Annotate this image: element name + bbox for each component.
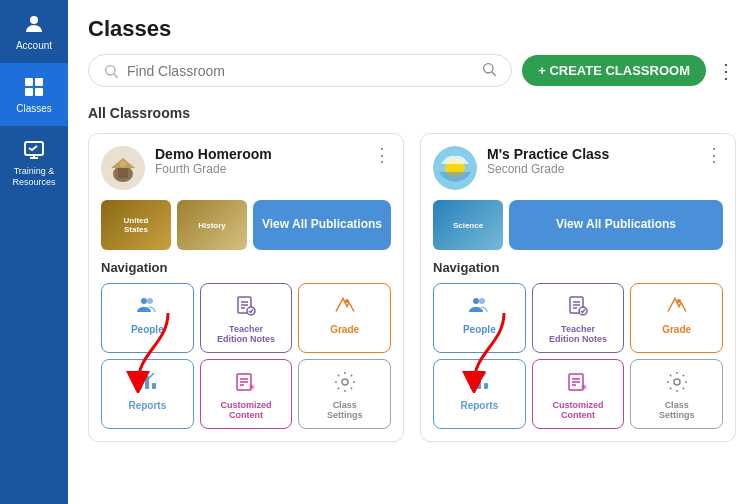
- nav-item-reports-1[interactable]: Reports: [433, 359, 526, 429]
- reports-icon-0: [133, 368, 161, 396]
- nav-label-settings-0: ClassSettings: [327, 400, 363, 420]
- class-name-0: Demo Homeroom: [155, 146, 363, 162]
- search-bar: + CREATE CLASSROOM ⋮: [88, 54, 736, 87]
- nav-label-grade-1: Grade: [662, 324, 691, 335]
- custom-icon-0: [232, 368, 260, 396]
- reports-icon-1: [465, 368, 493, 396]
- card-menu-0[interactable]: ⋮: [373, 146, 391, 164]
- nav-label-grade-0: Grade: [330, 324, 359, 335]
- view-all-publications-button-0[interactable]: View All Publications: [253, 200, 391, 250]
- class-info-0: Demo Homeroom Fourth Grade: [155, 146, 363, 176]
- svg-point-40: [677, 299, 681, 303]
- nav-label-teacher-ed-1: TeacherEdition Notes: [549, 324, 607, 344]
- teacher-ed-icon-1: [564, 292, 592, 320]
- custom-icon-1: [564, 368, 592, 396]
- class-avatar-1: [433, 146, 477, 190]
- nav-item-custom-0[interactable]: CustomizedContent: [200, 359, 293, 429]
- account-icon: [22, 12, 46, 36]
- svg-point-8: [484, 64, 493, 73]
- pub-thumb-0-1: History: [177, 200, 247, 250]
- card-header-1: M's Practice Class Second Grade ⋮: [433, 146, 723, 190]
- classroom-card-1: M's Practice Class Second Grade ⋮ Scienc…: [420, 133, 736, 442]
- classrooms-grid: Demo Homeroom Fourth Grade ⋮ UnitedState…: [88, 133, 736, 442]
- class-grade-0: Fourth Grade: [155, 162, 363, 176]
- pub-thumb-1-0: Science: [433, 200, 503, 250]
- page-header: Classes + CREATE CLASSROOM ⋮: [68, 0, 756, 95]
- search-icon: [103, 63, 119, 79]
- svg-point-33: [473, 298, 479, 304]
- nav-item-teacher-ed-1[interactable]: TeacherEdition Notes: [532, 283, 625, 353]
- nav-label-reports-1: Reports: [460, 400, 498, 411]
- nav-item-settings-1[interactable]: ClassSettings: [630, 359, 723, 429]
- card-header-0: Demo Homeroom Fourth Grade ⋮: [101, 146, 391, 190]
- nav-item-reports-0[interactable]: Reports: [101, 359, 194, 429]
- nav-label-people-0: People: [131, 324, 164, 335]
- nav-item-grade-0[interactable]: Grade: [298, 283, 391, 353]
- search-input[interactable]: [127, 63, 481, 79]
- nav-item-custom-1[interactable]: CustomizedContent: [532, 359, 625, 429]
- svg-point-14: [141, 298, 147, 304]
- more-options-button[interactable]: ⋮: [716, 61, 736, 81]
- card-menu-1[interactable]: ⋮: [705, 146, 723, 164]
- nav-label-custom-0: CustomizedContent: [220, 400, 271, 420]
- nav-item-people-0[interactable]: People: [101, 283, 194, 353]
- svg-rect-1: [25, 78, 33, 86]
- sidebar-item-training[interactable]: Training &Resources: [0, 126, 68, 200]
- classroom-card-0: Demo Homeroom Fourth Grade ⋮ UnitedState…: [88, 133, 404, 442]
- svg-line-9: [492, 72, 496, 76]
- svg-point-49: [674, 379, 680, 385]
- svg-line-7: [114, 74, 118, 78]
- publications-row-1: Science View All Publications: [433, 200, 723, 250]
- nav-label-reports-0: Reports: [128, 400, 166, 411]
- svg-point-30: [342, 379, 348, 385]
- svg-rect-43: [484, 383, 488, 389]
- search-submit-button[interactable]: [481, 61, 497, 80]
- pub-thumb-0-0: UnitedStates: [101, 200, 171, 250]
- nav-label-settings-1: ClassSettings: [659, 400, 695, 420]
- class-grade-1: Second Grade: [487, 162, 695, 176]
- nav-item-people-1[interactable]: People: [433, 283, 526, 353]
- people-icon-1: [465, 292, 493, 320]
- create-classroom-button[interactable]: + CREATE CLASSROOM: [522, 55, 706, 86]
- nav-grid-1: People TeacherEdition Notes Grade: [433, 283, 723, 429]
- svg-rect-12: [118, 168, 128, 178]
- class-avatar-0: [101, 146, 145, 190]
- avatar-icon-1: [433, 146, 477, 190]
- view-all-publications-button-1[interactable]: View All Publications: [509, 200, 723, 250]
- training-icon: [22, 138, 46, 162]
- nav-item-grade-1[interactable]: Grade: [630, 283, 723, 353]
- svg-point-21: [345, 299, 349, 303]
- svg-rect-22: [138, 380, 142, 389]
- nav-item-teacher-ed-0[interactable]: TeacherEdition Notes: [200, 283, 293, 353]
- nav-section-title-1: Navigation: [433, 260, 723, 275]
- content-area: All Classrooms: [68, 95, 756, 504]
- search-input-wrap: [88, 54, 512, 87]
- nav-grid-0: People TeacherEdition Notes Grade: [101, 283, 391, 429]
- section-title: All Classrooms: [88, 105, 736, 121]
- class-info-1: M's Practice Class Second Grade: [487, 146, 695, 176]
- classes-icon: [22, 75, 46, 99]
- main-content: Classes + CREATE CLASSROOM ⋮ All Classro…: [68, 0, 756, 504]
- sidebar-item-account-label: Account: [16, 40, 52, 51]
- svg-point-13: [120, 161, 126, 167]
- nav-label-teacher-ed-0: TeacherEdition Notes: [217, 324, 275, 344]
- svg-rect-24: [152, 383, 156, 389]
- class-name-1: M's Practice Class: [487, 146, 695, 162]
- svg-rect-41: [470, 380, 474, 389]
- sidebar-item-classes-label: Classes: [16, 103, 52, 114]
- settings-icon-0: [331, 368, 359, 396]
- nav-label-people-1: People: [463, 324, 496, 335]
- nav-item-settings-0[interactable]: ClassSettings: [298, 359, 391, 429]
- svg-point-6: [106, 65, 115, 74]
- search-submit-icon: [481, 61, 497, 77]
- sidebar-item-training-label: Training &Resources: [12, 166, 55, 188]
- people-icon-0: [133, 292, 161, 320]
- svg-rect-3: [25, 88, 33, 96]
- grade-icon-1: [663, 292, 691, 320]
- sidebar-item-classes[interactable]: Classes: [0, 63, 68, 126]
- svg-rect-4: [35, 88, 43, 96]
- nav-section-title-0: Navigation: [101, 260, 391, 275]
- teacher-ed-icon-0: [232, 292, 260, 320]
- settings-icon-1: [663, 368, 691, 396]
- sidebar-item-account[interactable]: Account: [0, 0, 68, 63]
